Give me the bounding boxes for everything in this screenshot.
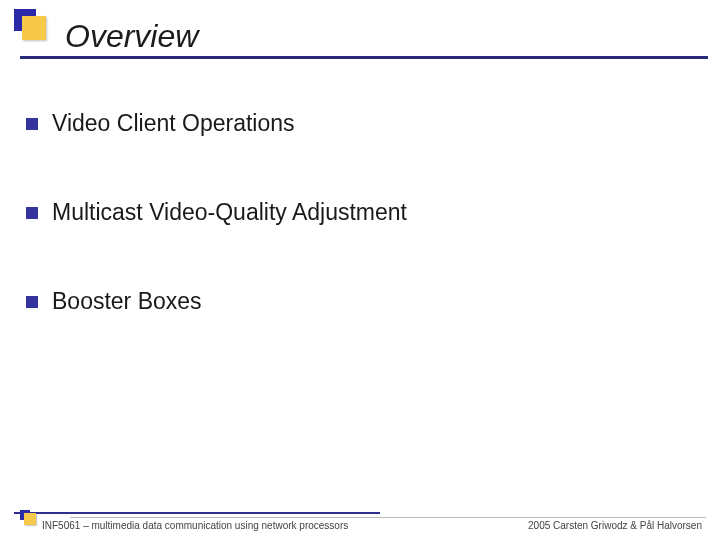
footer: INF5061 – multimedia data communication … (0, 518, 720, 540)
footer-logo-icon (20, 510, 40, 530)
list-item: Booster Boxes (26, 288, 696, 315)
page-title: Overview (65, 18, 198, 55)
content-area: Video Client Operations Multicast Video-… (26, 110, 696, 377)
title-text: Overview (65, 18, 198, 54)
list-item: Video Client Operations (26, 110, 696, 137)
square-bullet-icon (26, 207, 38, 219)
title-underline (20, 56, 708, 59)
square-bullet-icon (26, 296, 38, 308)
bullet-text: Video Client Operations (52, 110, 295, 137)
list-item: Multicast Video-Quality Adjustment (26, 199, 696, 226)
slide: Overview Video Client Operations Multica… (0, 0, 720, 540)
bullet-text: Multicast Video-Quality Adjustment (52, 199, 407, 226)
footer-rule-secondary (70, 517, 706, 518)
title-logo-icon (14, 9, 58, 53)
square-bullet-icon (26, 118, 38, 130)
footer-right-text: 2005 Carsten Griwodz & Pål Halvorsen (528, 520, 702, 531)
square-front-icon (22, 16, 46, 40)
bullet-text: Booster Boxes (52, 288, 202, 315)
footer-left-text: INF5061 – multimedia data communication … (42, 520, 348, 531)
footer-rule-primary (14, 512, 380, 514)
square-front-icon (24, 513, 36, 525)
